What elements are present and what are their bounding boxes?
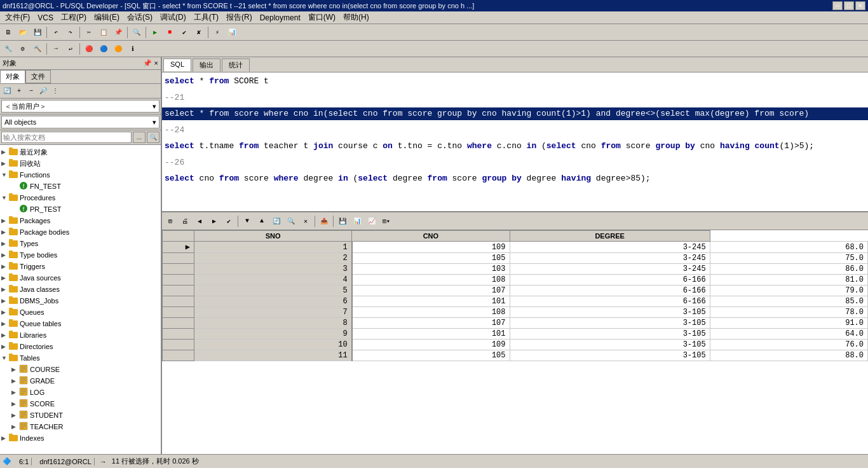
pin-icon[interactable]: 📌	[143, 59, 152, 67]
toolbar-explain[interactable]: ⚡	[210, 25, 224, 39]
res-more[interactable]: ⊞▾	[379, 214, 393, 228]
toolbar-undo[interactable]: ↶	[49, 25, 63, 39]
table-row[interactable]: 111053-10588.0	[163, 350, 868, 361]
menu-project[interactable]: 工程(P)	[57, 11, 90, 24]
res-chart[interactable]: 📊	[350, 214, 364, 228]
object-type-dropdown[interactable]: All objects ▾	[1, 116, 159, 128]
table-row[interactable]: 21053-24575.0	[163, 253, 868, 264]
tree-item[interactable]: ▶Triggers	[1, 261, 159, 272]
tree-item[interactable]: ▶Queue tables	[1, 318, 159, 329]
tree-item[interactable]: ▶Types	[1, 238, 159, 249]
table-row[interactable]: 31033-24586.0	[163, 264, 868, 275]
menu-debug[interactable]: 调试(D)	[156, 11, 190, 24]
toolbar-autotrace[interactable]: 📊	[225, 25, 239, 39]
res-next[interactable]: ▶	[207, 214, 221, 228]
search-go[interactable]: 🔍	[147, 132, 159, 143]
tree-remove[interactable]: −	[25, 85, 37, 97]
tree-item[interactable]: ▶回收站	[1, 158, 159, 169]
table-row[interactable]: 41086-16681.0	[163, 275, 868, 286]
tree-item[interactable]: ▶Package bodies	[1, 226, 159, 238]
table-row[interactable]: 81073-10591.0	[163, 318, 868, 329]
menu-vcs[interactable]: VCS	[34, 12, 57, 24]
table-row[interactable]: 61016-16685.0	[163, 296, 868, 307]
tree-item[interactable]: ▶DBMS_Jobs	[1, 295, 159, 306]
tree-item[interactable]: ▶Type bodies	[1, 249, 159, 261]
table-row[interactable]: 91013-10564.0	[163, 329, 868, 340]
tree-item[interactable]: ▶Java classes	[1, 284, 159, 295]
sql-editor[interactable]: select * from SCORE t --21 select * from…	[162, 72, 868, 212]
close-button[interactable]: ✕	[855, 1, 865, 10]
tree-item[interactable]: fPR_TEST	[1, 203, 159, 215]
title-bar-buttons[interactable]: ─ □ ✕	[832, 1, 865, 10]
toolbar-cut[interactable]: ✂	[82, 25, 96, 39]
tab-stats[interactable]: 统计	[222, 59, 250, 72]
tree-item[interactable]: ▶GRADE	[1, 375, 159, 387]
toolbar-paste[interactable]: 📌	[111, 25, 125, 39]
table-header[interactable]: CNO	[352, 231, 510, 242]
tab-sql[interactable]: SQL	[163, 59, 191, 72]
tree-container[interactable]: ▶最近对象▶回收站▼Functions fFN_TEST▼Procedures …	[0, 145, 161, 454]
tree-item[interactable]: ▼Tables	[1, 352, 159, 364]
toolbar-run[interactable]: ▶	[148, 25, 162, 39]
menu-tools[interactable]: 工具(T)	[190, 11, 222, 24]
menu-file[interactable]: 文件(F)	[1, 11, 34, 24]
tree-item[interactable]: ▶Libraries	[1, 329, 159, 341]
res-sort-asc[interactable]: ▼	[240, 214, 254, 228]
menu-window[interactable]: 窗口(W)	[304, 11, 339, 24]
menu-deployment[interactable]: Deployment	[256, 12, 304, 24]
res-export[interactable]: 📤	[317, 214, 331, 228]
tab-output[interactable]: 输出	[193, 59, 220, 72]
toolbar-find[interactable]: 🔍	[130, 25, 144, 39]
menu-report[interactable]: 报告(R)	[222, 11, 256, 24]
res-prev[interactable]: ◀	[193, 214, 207, 228]
tree-item[interactable]: ▶最近对象	[1, 146, 159, 158]
toolbar2-btn5[interactable]: ↩	[64, 42, 78, 56]
table-row[interactable]: 101093-10576.0	[163, 340, 868, 350]
menu-session[interactable]: 会话(S)	[123, 11, 156, 24]
tree-item[interactable]: ▼Functions	[1, 169, 159, 181]
toolbar2-btn7[interactable]: 🔵	[97, 42, 111, 56]
tab-objects[interactable]: 对象	[0, 70, 25, 83]
tree-menu[interactable]: ⋮	[50, 85, 61, 97]
tab-files[interactable]: 文件	[25, 70, 51, 83]
toolbar-commit[interactable]: ✔	[177, 25, 191, 39]
table-header[interactable]: DEGREE	[510, 231, 710, 242]
tree-item[interactable]: ▶Indexes	[1, 432, 159, 444]
res-print[interactable]: 🖨	[178, 214, 192, 228]
toolbar2-btn6[interactable]: 🔴	[82, 42, 96, 56]
tree-refresh[interactable]: 🔄	[1, 85, 13, 97]
tree-item[interactable]: ▶Packages	[1, 215, 159, 226]
res-pivot[interactable]: 📈	[365, 214, 379, 228]
tree-item[interactable]: ▶LOG	[1, 387, 159, 398]
tree-item[interactable]: ▶STUDENT	[1, 410, 159, 421]
res-grid[interactable]: ⊞	[163, 214, 177, 228]
res-find[interactable]: 🔍	[284, 214, 298, 228]
tree-item[interactable]: ▶Queues	[1, 306, 159, 318]
minimize-button[interactable]: ─	[832, 1, 843, 10]
tree-item[interactable]: fFN_TEST	[1, 181, 159, 192]
user-dropdown[interactable]: ＜当前用户＞ ▾	[1, 100, 159, 113]
table-header[interactable]: SNO	[194, 231, 352, 242]
tree-item[interactable]: ▶Java sources	[1, 272, 159, 284]
toolbar2-btn2[interactable]: ⚙	[16, 42, 30, 56]
menu-help[interactable]: 帮助(H)	[339, 11, 373, 24]
table-row[interactable]: 71083-10578.0	[163, 307, 868, 318]
toolbar2-btn8[interactable]: 🟠	[111, 42, 125, 56]
left-panel-close[interactable]: ×	[154, 59, 158, 67]
table-row[interactable]: ▶11093-24568.0	[163, 242, 868, 253]
table-row[interactable]: 51076-16679.0	[163, 286, 868, 296]
menu-edit[interactable]: 编辑(E)	[90, 11, 123, 24]
tree-item[interactable]: ▶COURSE	[1, 364, 159, 375]
res-save[interactable]: 💾	[336, 214, 349, 228]
res-refresh[interactable]: 🔄	[269, 214, 283, 228]
search-input[interactable]	[1, 132, 132, 143]
toolbar2-btn4[interactable]: →	[49, 42, 63, 56]
toolbar-rollback[interactable]: ✘	[192, 25, 206, 39]
tree-add[interactable]: +	[13, 85, 25, 97]
toolbar-redo[interactable]: ↷	[64, 25, 78, 39]
search-button[interactable]: …	[133, 132, 146, 143]
table-header[interactable]	[163, 231, 194, 242]
toolbar-open[interactable]: 📂	[16, 25, 30, 39]
tree-item[interactable]: ▶TEACHER	[1, 421, 159, 432]
toolbar2-btn1[interactable]: 🔧	[1, 42, 15, 56]
